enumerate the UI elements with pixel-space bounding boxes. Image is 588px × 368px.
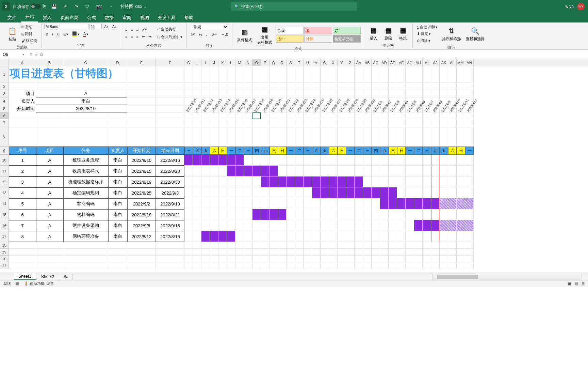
col-header-AE[interactable]: AE <box>389 59 397 66</box>
cell-U12[interactable] <box>304 177 312 187</box>
cell-B7[interactable] <box>36 119 63 126</box>
cell-V21[interactable] <box>312 262 321 269</box>
cell-T21[interactable] <box>295 262 304 269</box>
cell-R16[interactable] <box>278 220 287 231</box>
col-header-N[interactable]: N <box>244 59 252 66</box>
cell-D21[interactable] <box>108 262 127 269</box>
cell-G2[interactable] <box>184 82 193 90</box>
name-box[interactable]: O6 <box>0 50 27 59</box>
cell-AI1[interactable] <box>423 66 431 82</box>
cell-H13[interactable] <box>193 187 201 198</box>
cell-S15[interactable] <box>287 209 295 220</box>
cell-AF3[interactable] <box>397 90 406 97</box>
cell-AJ1[interactable] <box>431 66 440 82</box>
align-right-icon[interactable]: ≡ <box>135 34 140 40</box>
ribbon-tab-帮助[interactable]: 帮助 <box>180 13 197 22</box>
cell-W7[interactable] <box>321 119 329 126</box>
col-header-AG[interactable]: AG <box>406 59 414 66</box>
cell-P12[interactable] <box>261 177 270 187</box>
cell-D12[interactable]: 李白 <box>108 177 127 187</box>
cell-U1[interactable] <box>304 66 312 82</box>
cell-O1[interactable] <box>252 66 261 82</box>
cell-C9[interactable]: 任务 <box>63 147 108 155</box>
cell-AM20[interactable] <box>457 256 465 262</box>
cell-AJ21[interactable] <box>431 262 440 269</box>
cell-U16[interactable] <box>304 220 312 231</box>
cell-N17[interactable] <box>244 231 252 242</box>
cell-F9[interactable]: 结束日期 <box>156 147 184 155</box>
cell-AI10[interactable] <box>423 155 431 166</box>
cell-M11[interactable] <box>235 166 244 177</box>
cell-AA8[interactable]: 2022/8/30 <box>355 126 363 147</box>
cell-AF13[interactable] <box>397 187 406 198</box>
cell-AD12[interactable] <box>380 177 389 187</box>
cell-Q16[interactable] <box>270 220 278 231</box>
cell-F4[interactable] <box>156 97 184 105</box>
cell-C4[interactable]: 李白 <box>63 97 108 105</box>
cell-R18[interactable] <box>278 242 287 249</box>
cell-K12[interactable] <box>218 177 227 187</box>
cell-C17[interactable]: 网络环境准备 <box>63 231 108 242</box>
cell-AH17[interactable] <box>414 231 423 242</box>
horizontal-scrollbar[interactable] <box>432 274 582 279</box>
cell-X3[interactable] <box>329 90 338 97</box>
cell-O8[interactable]: 2022/8/18 <box>252 126 261 147</box>
cell-AM14[interactable] <box>457 198 465 209</box>
cell-E10[interactable]: 2022/8/10 <box>127 155 156 166</box>
cell-Z3[interactable] <box>346 90 355 97</box>
status-acc-icon[interactable]: ▦ <box>16 281 19 286</box>
cell-A19[interactable] <box>9 249 36 256</box>
cell-S14[interactable] <box>287 198 295 209</box>
cell-AK1[interactable] <box>440 66 448 82</box>
col-header-AJ[interactable]: AJ <box>431 59 440 66</box>
cell-P15[interactable] <box>261 209 270 220</box>
cell-AB10[interactable] <box>363 155 372 166</box>
cell-T15[interactable] <box>295 209 304 220</box>
cell-R3[interactable] <box>278 90 287 97</box>
cell-AC11[interactable] <box>372 166 380 177</box>
cell-AI3[interactable] <box>423 90 431 97</box>
cell-E2[interactable] <box>127 82 156 90</box>
cell-AB12[interactable] <box>363 177 372 187</box>
cell-AI14[interactable] <box>423 198 431 209</box>
cell-AK3[interactable] <box>440 90 448 97</box>
cell-AJ14[interactable] <box>431 198 440 209</box>
cell-V1[interactable] <box>312 66 321 82</box>
cell-N19[interactable] <box>244 249 252 256</box>
cell-B18[interactable] <box>36 242 63 249</box>
cell-AA12[interactable] <box>355 177 363 187</box>
cell-AB15[interactable] <box>363 209 372 220</box>
cell-R14[interactable] <box>278 198 287 209</box>
cell-U7[interactable] <box>304 119 312 126</box>
align-middle-icon[interactable]: ≡ <box>129 27 134 32</box>
cell-R17[interactable] <box>278 231 287 242</box>
cell-U8[interactable]: 2022/8/24 <box>304 126 312 147</box>
cell-AF16[interactable] <box>397 220 406 231</box>
cell-AK8[interactable]: 2022/9/9 <box>440 126 448 147</box>
cell-K11[interactable] <box>218 166 227 177</box>
cell-AI7[interactable] <box>423 119 431 126</box>
cell-U14[interactable] <box>304 198 312 209</box>
filename[interactable]: 甘特图.xlsx ⌄ <box>120 3 146 10</box>
cell-M9[interactable]: 二 <box>235 147 244 155</box>
cell-E18[interactable] <box>127 242 156 249</box>
cell-G7[interactable] <box>184 119 193 126</box>
view-break-icon[interactable]: ⊞ <box>582 281 585 286</box>
cell-W6[interactable] <box>321 112 329 119</box>
dec-decimal-icon[interactable]: ←.0 <box>220 31 229 37</box>
cell-F7[interactable] <box>156 119 184 126</box>
cell-AF12[interactable] <box>397 177 406 187</box>
ribbon-tab-公式[interactable]: 公式 <box>83 13 100 22</box>
cell-I12[interactable] <box>201 177 210 187</box>
cell-AN14[interactable] <box>465 198 474 209</box>
cell-M14[interactable] <box>235 198 244 209</box>
row-header-20[interactable]: 20 <box>0 256 9 262</box>
cell-V14[interactable] <box>312 198 321 209</box>
cell-T17[interactable] <box>295 231 304 242</box>
cell-AB17[interactable] <box>363 231 372 242</box>
cell-W15[interactable] <box>321 209 329 220</box>
cell-AL11[interactable] <box>448 166 457 177</box>
cell-AG3[interactable] <box>406 90 414 97</box>
cell-AJ17[interactable] <box>431 231 440 242</box>
cell-AI12[interactable] <box>423 177 431 187</box>
